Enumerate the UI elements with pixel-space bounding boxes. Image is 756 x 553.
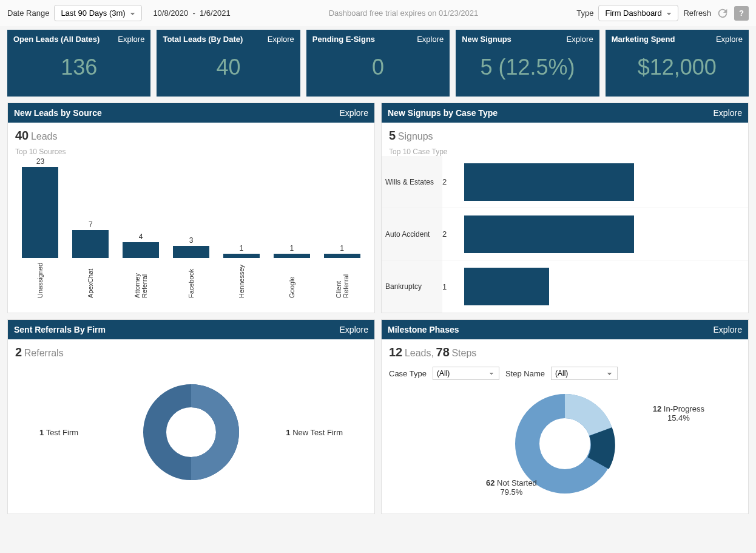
referrals-donut: 1 Test Firm 1 New Test Firm — [15, 359, 367, 505]
explore-link[interactable]: Explore — [118, 35, 144, 44]
step-name-select[interactable]: (All) — [551, 367, 618, 380]
card-marketing-spend[interactable]: Marketing SpendExplore $12,000 — [606, 30, 749, 97]
explore-link[interactable]: Explore — [716, 35, 743, 44]
card-value: 136 — [13, 55, 144, 80]
trial-notice: Dashboard free trial expires on 01/23/20… — [329, 8, 478, 18]
card-pending-esigns[interactable]: Pending E-SignsExplore 0 — [306, 30, 450, 97]
explore-link[interactable]: Explore — [714, 108, 742, 118]
milestone-donut: 12 In-Progress 15.4% 62 Not Started 79.5… — [389, 380, 741, 507]
card-value: $12,000 — [612, 55, 743, 80]
metric-cards: Open Leads (All Dates)Explore 136 Total … — [0, 26, 756, 103]
card-value: 0 — [312, 55, 444, 80]
bar-item: 1Hennessey — [216, 244, 266, 298]
help-icon[interactable]: ? — [734, 6, 749, 21]
case-type-select[interactable]: (All) — [433, 367, 499, 380]
case-type-label: Case Type — [389, 369, 427, 378]
bar-item: 1Google — [266, 244, 317, 298]
bar-item: 3Facebook — [166, 236, 217, 298]
topbar: Date Range Last 90 Days (3m) 10/8/2020 -… — [0, 0, 756, 26]
hbar-row: Auto Accident2 — [382, 208, 748, 260]
hbar-row: Wills & Estates2 — [382, 156, 748, 208]
panel-leads-by-source: New Leads by SourceExplore 40 Leads Top … — [7, 103, 375, 313]
signups-bar-chart: Wills & Estates2Auto Accident2Bankruptcy… — [382, 156, 748, 313]
card-total-leads[interactable]: Total Leads (By Date)Explore 40 — [157, 30, 300, 97]
explore-link[interactable]: Explore — [417, 35, 444, 44]
date-range-select[interactable]: Last 90 Days (3m) — [54, 5, 142, 21]
explore-link[interactable]: Explore — [268, 35, 294, 44]
explore-link[interactable]: Explore — [340, 325, 368, 334]
date-range-label: Date Range — [7, 8, 49, 18]
card-new-signups[interactable]: New SignupsExplore 5 (12.5%) — [456, 30, 599, 97]
panel-signups-by-case: New Signups by Case TypeExplore 5 Signup… — [381, 103, 749, 313]
refresh-icon[interactable] — [716, 7, 729, 20]
type-select[interactable]: Firm Dashboard — [598, 5, 678, 21]
leads-bar-chart: 23Unassigned7ApexChat4Attorney Referral3… — [15, 158, 367, 298]
bar-item: 23Unassigned — [15, 157, 66, 298]
panel-milestones: Milestone PhasesExplore 12 Leads, 78 Ste… — [381, 319, 749, 514]
panel-referrals: Sent Referrals By FirmExplore 2 Referral… — [7, 319, 375, 514]
explore-link[interactable]: Explore — [340, 108, 368, 118]
refresh-label: Refresh — [683, 8, 711, 18]
type-label: Type — [576, 8, 593, 18]
explore-link[interactable]: Explore — [714, 325, 742, 334]
card-value: 40 — [163, 55, 294, 80]
bar-item: 1Client Referral — [317, 244, 367, 298]
hbar-row: Bankruptcy1 — [382, 260, 748, 313]
date-range-text: 10/8/2020 - 1/6/2021 — [153, 8, 230, 18]
card-value: 5 (12.5%) — [462, 55, 593, 80]
card-open-leads[interactable]: Open Leads (All Dates)Explore 136 — [7, 30, 150, 97]
step-name-label: Step Name — [505, 369, 545, 378]
explore-link[interactable]: Explore — [567, 35, 593, 44]
bar-item: 4Attorney Referral — [116, 232, 166, 298]
bar-item: 7ApexChat — [66, 220, 116, 298]
